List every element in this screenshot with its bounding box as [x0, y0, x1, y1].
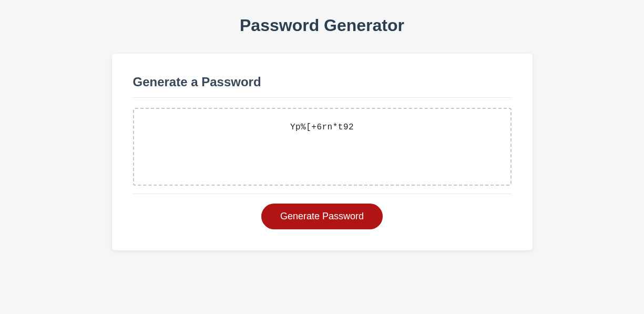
card-footer: Generate Password	[133, 194, 512, 229]
section-title: Generate a Password	[133, 75, 512, 89]
generate-password-button[interactable]: Generate Password	[261, 204, 383, 229]
password-output: Yp%[+6rn*t92	[290, 123, 354, 132]
page-title: Password Generator	[112, 16, 533, 35]
password-output-box: Yp%[+6rn*t92	[133, 108, 512, 186]
card-header: Generate a Password	[133, 75, 512, 98]
app-container: Password Generator Generate a Password Y…	[112, 0, 533, 250]
card-body: Yp%[+6rn*t92	[133, 97, 512, 194]
generator-card: Generate a Password Yp%[+6rn*t92 Generat…	[112, 54, 533, 250]
